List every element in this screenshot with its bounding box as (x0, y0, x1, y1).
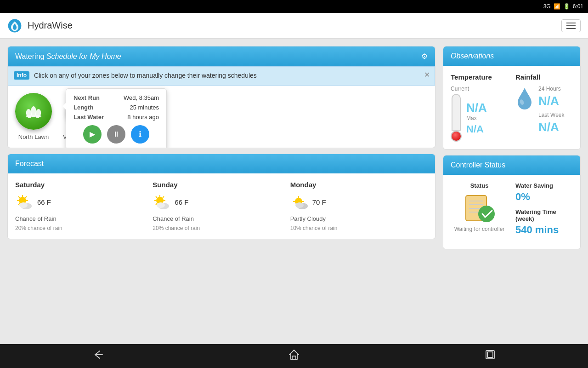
zones-section: North Lawn Next Run Wed, 8:35am Length 2… (8, 86, 435, 148)
watering-time-value: 540 mins (515, 224, 573, 236)
status-bar: 3G 📶 🔋 6:01 (0, 0, 588, 13)
svg-point-26 (295, 202, 304, 208)
app-bar: HydraWise (0, 13, 588, 39)
popup-next-run-value: Wed, 8:35am (124, 94, 159, 101)
zones-container: North Lawn Next Run Wed, 8:35am Length 2… (15, 93, 428, 140)
controller-status-header: Controller Status (443, 155, 580, 175)
popup-last-water-row: Last Water 8 hours ago (74, 114, 159, 121)
current-temp-value: N/A (466, 101, 487, 115)
forecast-day-saturday: Saturday 66 F Chance of Rain 20% chance … (15, 181, 153, 231)
watering-card-title: Watering Schedule for My Home (15, 52, 121, 61)
controller-status-left: Status Waiting for controll (451, 182, 508, 242)
back-button[interactable] (91, 348, 104, 364)
controller-status-card: Controller Status Status (443, 155, 581, 249)
app-title: HydraWise (28, 20, 561, 31)
info-bar: Info Click on any of your zones below to… (8, 66, 435, 86)
watering-card-header: Watering Schedule for My Home ⚙ (8, 46, 435, 66)
thermometer-bulb (451, 131, 462, 142)
zone-popup: Next Run Wed, 8:35am Length 25 minutes L… (66, 88, 167, 148)
monday-weather-icon (290, 193, 309, 212)
svg-rect-5 (26, 115, 41, 117)
home-button[interactable] (288, 348, 300, 364)
popup-length-row: Length 25 minutes (74, 104, 159, 111)
controller-status-right: Water Saving 0% Watering Time (week) 540… (515, 182, 573, 242)
zone-north-lawn[interactable]: North Lawn (15, 93, 52, 140)
rainfall-display: 24 Hours N/A Last Week N/A (515, 86, 573, 134)
max-label: Max (466, 115, 487, 121)
hours-label: 24 Hours (538, 86, 564, 92)
sunday-name: Sunday (153, 181, 290, 189)
observations-title: Observations (451, 52, 494, 60)
temperature-title: Temperature (451, 73, 508, 81)
saturday-desc: Chance of Rain (15, 215, 153, 222)
thermometer (451, 94, 462, 142)
recents-button[interactable] (484, 348, 497, 364)
rainfall-title: Rainfall (515, 73, 573, 81)
saturday-weather: 66 F (15, 193, 153, 212)
clock: 6:01 (573, 3, 583, 10)
popup-length-value: 25 minutes (130, 104, 159, 111)
rainfall-values: 24 Hours N/A Last Week N/A (538, 86, 564, 134)
battery-icon: 🔋 (563, 3, 570, 10)
menu-line-2 (566, 25, 576, 26)
controller-status-icon (464, 191, 496, 223)
forecast-day-monday: Monday 70 F Partly Cloudy 10% chance of … (290, 181, 428, 231)
observations-card: Observations Temperature Current N/A Ma (443, 46, 581, 150)
svg-rect-34 (292, 356, 296, 359)
forecast-body: Saturday 66 F Chance of Rain 20% chance … (8, 173, 435, 239)
watering-schedule-card: Watering Schedule for My Home ⚙ Info Cli… (7, 46, 435, 148)
sunday-weather: 66 F (153, 193, 290, 212)
monday-temp: 70 F (312, 198, 326, 206)
zone-name-north-lawn: North Lawn (18, 133, 49, 140)
sunday-temp: 66 F (175, 198, 188, 206)
gear-icon[interactable]: ⚙ (421, 52, 428, 61)
popup-last-water-label: Last Water (74, 114, 104, 121)
popup-next-run-row: Next Run Wed, 8:35am (74, 94, 159, 101)
monday-rain: 10% chance of rain (290, 225, 428, 231)
water-saving-value: 0% (515, 191, 573, 203)
svg-point-23 (157, 202, 165, 208)
info-close-button[interactable]: ✕ (424, 70, 430, 79)
bottom-nav (0, 344, 588, 368)
controller-status-body: Status Waiting for controll (443, 175, 580, 249)
forecast-card-header: Forecast (8, 154, 435, 173)
current-label: Current (451, 86, 508, 92)
observations-body: Temperature Current N/A Max N/A (443, 66, 580, 149)
menu-button[interactable] (561, 19, 581, 32)
watering-time-label: Watering Time (week) (515, 208, 573, 222)
left-panel: Watering Schedule for My Home ⚙ Info Cli… (7, 46, 435, 337)
info-badge: Info (14, 71, 29, 80)
max-temp-value: N/A (466, 123, 487, 135)
forecast-card: Forecast Saturday 66 F (7, 154, 435, 239)
network-indicator: 3G (543, 3, 551, 10)
signal-icon: 📶 (554, 3, 560, 10)
controller-waiting-text: Waiting for controller (454, 226, 505, 232)
popup-pause-button[interactable]: ⏸ (107, 125, 125, 144)
app-logo-icon (7, 18, 22, 33)
controller-status-title: Controller Status (451, 161, 505, 169)
main-content: Watering Schedule for My Home ⚙ Info Cli… (0, 39, 588, 344)
last-week-label: Last Week (538, 112, 564, 118)
temp-values: N/A Max N/A (466, 101, 487, 135)
forecast-title: Forecast (15, 160, 44, 168)
popup-next-run-label: Next Run (74, 94, 100, 101)
menu-line-3 (566, 28, 576, 29)
saturday-rain: 20% chance of rain (15, 225, 153, 231)
right-panel: Observations Temperature Current N/A Ma (443, 46, 581, 337)
monday-name: Monday (290, 181, 428, 189)
menu-line-1 (566, 23, 576, 23)
sunday-desc: Chance of Rain (153, 215, 290, 222)
monday-weather: 70 F (290, 193, 428, 212)
temperature-col: Temperature Current N/A Max N/A (451, 73, 508, 142)
popup-length-label: Length (74, 104, 93, 111)
status-label: Status (470, 182, 489, 189)
svg-point-33 (478, 206, 495, 222)
water-saving-label: Water Saving (515, 182, 573, 189)
zone-circle-north-lawn (15, 93, 52, 130)
popup-play-button[interactable]: ▶ (83, 125, 102, 144)
rainfall-col: Rainfall 24 Hours N/A Last Week N/A (515, 73, 573, 142)
sunday-weather-icon (153, 193, 171, 212)
observations-header: Observations (443, 46, 580, 66)
forecast-day-sunday: Sunday 66 F Chance of Rain 20% chance of… (153, 181, 290, 231)
popup-info-button[interactable]: ℹ (131, 125, 149, 144)
